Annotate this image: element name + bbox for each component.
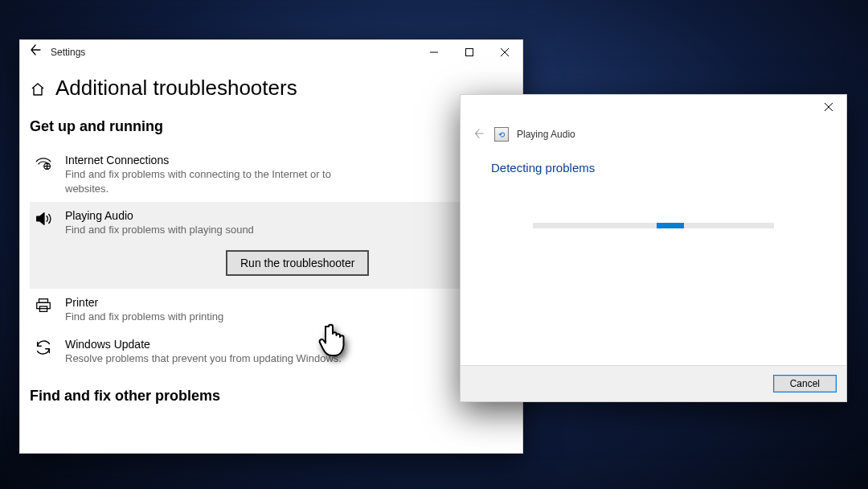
- close-button[interactable]: [487, 40, 522, 64]
- speaker-icon: [33, 208, 54, 276]
- refresh-icon: [33, 337, 54, 366]
- titlebar: Settings: [20, 40, 522, 64]
- wifi-globe-icon: [33, 153, 54, 195]
- dialog-heading: Detecting problems: [491, 161, 814, 175]
- maximize-button[interactable]: [452, 40, 487, 64]
- settings-content: Additional troubleshooters Get up and ru…: [20, 64, 522, 405]
- troubleshooter-item-internet-connections[interactable]: Internet Connections Find and fix proble…: [30, 146, 513, 202]
- arrow-left-icon: [29, 43, 42, 56]
- cancel-button[interactable]: Cancel: [773, 375, 837, 392]
- arrow-left-icon: [473, 128, 485, 139]
- maximize-icon: [465, 48, 473, 56]
- back-button[interactable]: [20, 40, 51, 64]
- close-icon: [501, 48, 509, 56]
- troubleshooter-item-windows-update[interactable]: Windows Update Resolve problems that pre…: [30, 331, 513, 372]
- close-icon: [825, 103, 833, 111]
- troubleshooter-description: Find and fix problems with printing: [65, 310, 223, 324]
- troubleshooter-description: Find and fix problems with connecting to…: [65, 167, 371, 195]
- svg-rect-6: [37, 302, 51, 308]
- troubleshooter-item-printer[interactable]: Printer Find and fix problems with print…: [30, 289, 513, 331]
- section-find-and-fix-other: Find and fix other problems: [30, 388, 513, 405]
- minimize-icon: [430, 48, 438, 56]
- dialog-footer: Cancel: [461, 365, 846, 401]
- troubleshooter-description: Resolve problems that prevent you from u…: [65, 351, 342, 366]
- svg-rect-1: [466, 49, 473, 56]
- settings-window: Settings Additional troubleshooters Get …: [19, 39, 523, 454]
- troubleshooter-dialog: ⟲ Playing Audio Detecting problems Cance…: [460, 94, 847, 402]
- troubleshooter-name: Playing Audio: [65, 208, 371, 223]
- diagnostic-icon: ⟲: [494, 127, 509, 142]
- run-troubleshooter-button[interactable]: Run the troubleshooter: [226, 250, 369, 276]
- printer-icon: [33, 295, 54, 324]
- section-get-up-and-running: Get up and running: [30, 118, 513, 135]
- progress-bar: [533, 223, 774, 228]
- dialog-back-button[interactable]: [472, 128, 486, 142]
- troubleshooter-item-playing-audio[interactable]: Playing Audio Find and fix problems with…: [30, 202, 513, 289]
- troubleshooter-description: Find and fix problems with playing sound: [65, 223, 371, 237]
- minimize-button[interactable]: [416, 40, 452, 64]
- window-title: Settings: [51, 47, 85, 58]
- troubleshooter-name: Internet Connections: [65, 153, 371, 167]
- dialog-title: Playing Audio: [517, 129, 575, 140]
- home-icon[interactable]: [30, 81, 44, 96]
- troubleshooter-name: Windows Update: [65, 337, 342, 351]
- progress-indicator: [657, 223, 684, 228]
- dialog-close-button[interactable]: [811, 95, 846, 119]
- troubleshooter-name: Printer: [65, 295, 223, 310]
- svg-rect-5: [39, 299, 48, 303]
- page-title: Additional troubleshooters: [55, 76, 297, 101]
